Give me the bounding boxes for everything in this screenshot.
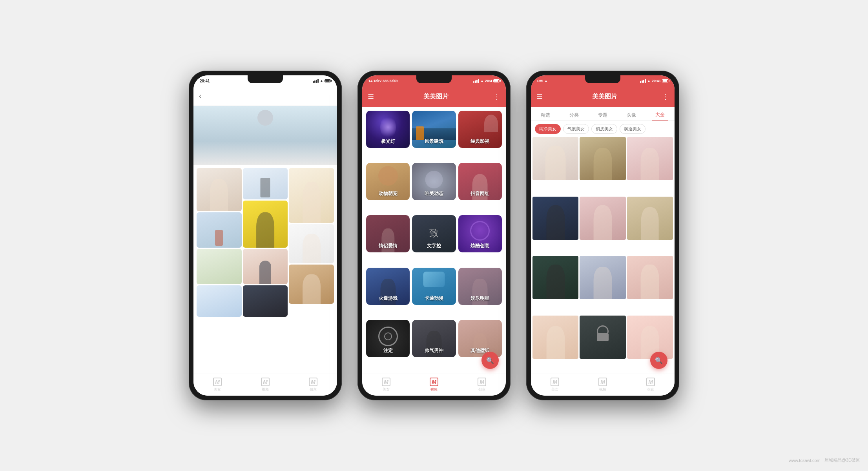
nav-item-video[interactable]: M 视频 — [261, 378, 270, 392]
filter-cute-girl[interactable]: 俏皮美女 — [591, 124, 617, 134]
phone3-status-icons: ▲ 20:41 — [640, 79, 668, 83]
nav-item-creative[interactable]: M 创意 — [646, 378, 655, 392]
nav-label-video: 视频 — [430, 387, 438, 392]
photo-cell[interactable] — [197, 212, 242, 248]
search-fab[interactable]: 🔍 — [481, 352, 499, 369]
cat-item-game[interactable]: 火爆游戏 — [366, 268, 410, 305]
gallery-item[interactable] — [532, 316, 578, 359]
gallery-item[interactable] — [627, 197, 673, 240]
photo-cell[interactable] — [243, 168, 288, 199]
cat-item-handsome[interactable]: 帅气男神 — [412, 320, 456, 357]
gallery-item[interactable] — [580, 256, 625, 299]
nav-icon-video: M — [261, 378, 270, 386]
photo-cell[interactable] — [243, 249, 288, 284]
gallery-item[interactable] — [580, 197, 625, 240]
nav-icon-creative: M — [646, 378, 655, 386]
more-icon[interactable]: ⋮ — [662, 92, 669, 101]
nav-item-girl[interactable]: M 美女 — [382, 378, 390, 392]
cat-label-zodiac: 注定 — [366, 347, 410, 354]
gallery-item[interactable] — [532, 197, 578, 240]
photo-cell[interactable] — [197, 285, 242, 317]
nav-item-video[interactable]: M 视频 — [598, 378, 607, 392]
tab-avatar[interactable]: 头像 — [624, 110, 639, 120]
photo-cell[interactable] — [289, 168, 334, 223]
phone2-status-icons: ▲ 20:4 — [473, 79, 500, 83]
gallery-item[interactable] — [627, 256, 673, 299]
gallery-item[interactable] — [627, 316, 673, 359]
nav-item-girl[interactable]: M 美女 — [213, 378, 222, 392]
phone2-screen: 14.18kV 335.53k/s ▲ 20:4 ☰ 美美图片 ⋮ 极光灯 — [362, 75, 506, 396]
tab-all[interactable]: 大全 — [652, 110, 668, 120]
back-icon[interactable]: ‹ — [199, 92, 201, 100]
photo-cell[interactable] — [197, 168, 242, 211]
photo-cell[interactable] — [243, 201, 288, 248]
battery-icon — [325, 79, 331, 82]
cat-item-cool[interactable]: 炫酷创意 — [458, 215, 502, 252]
nav-item-video[interactable]: M 视频 — [430, 378, 438, 392]
photo-cell[interactable] — [289, 265, 334, 304]
phone3-status-left: DBI ▲ — [537, 79, 548, 83]
nav-item-creative[interactable]: M 创意 — [309, 378, 317, 392]
nav-label-creative: 创意 — [310, 387, 317, 392]
cat-label-aurora: 极光灯 — [366, 138, 410, 145]
phone-1: 20:41 ▲ ‹ — [189, 71, 342, 400]
gallery-item[interactable] — [580, 137, 625, 180]
cat-item-aurora[interactable]: 极光灯 — [366, 111, 410, 148]
tab-featured[interactable]: 精选 — [538, 110, 553, 120]
menu-icon[interactable]: ☰ — [536, 92, 543, 101]
tab-category[interactable]: 分类 — [566, 110, 582, 120]
tab-topic[interactable]: 专题 — [595, 110, 611, 120]
nav-label-video: 视频 — [599, 387, 606, 392]
filter-elegant-girl[interactable]: 气质美女 — [563, 124, 589, 134]
phone1-header: ‹ — [193, 86, 337, 106]
search-fab-phone3[interactable]: 🔍 — [650, 352, 667, 369]
cat-item-zodiac[interactable]: 注定 — [366, 320, 410, 357]
cat-item-pet[interactable]: 动物萌宠 — [366, 163, 410, 200]
cat-item-tiktok[interactable]: 抖音网红 — [458, 163, 502, 200]
photo-cell[interactable] — [197, 249, 242, 284]
phone-2: 14.18kV 335.53k/s ▲ 20:4 ☰ 美美图片 ⋮ 极光灯 — [357, 71, 511, 400]
cat-item-landscape[interactable]: 风景建筑 — [412, 111, 456, 148]
nav-item-creative[interactable]: M 创意 — [478, 378, 486, 392]
phone-3: DBI ▲ ▲ 20:41 ☰ 美美图片 ⋮ 精选 分类 专题 头像 大全 — [526, 71, 679, 400]
cat-item-anime[interactable]: 唯美动态 — [412, 163, 456, 200]
cat-label-game: 火爆游戏 — [366, 295, 410, 302]
gallery-grid — [531, 137, 675, 374]
menu-icon[interactable]: ☰ — [368, 92, 374, 101]
wifi-icon: ▲ — [480, 79, 484, 83]
gallery-item[interactable] — [532, 256, 578, 299]
wifi-icon: ▲ — [647, 79, 651, 83]
cat-item-movie[interactable]: 经典影视 — [458, 111, 502, 148]
photo-cell[interactable] — [243, 285, 288, 317]
signal-icon — [473, 79, 479, 83]
cat-item-couple[interactable]: 情侣爱情 — [366, 215, 410, 252]
gallery-item[interactable] — [580, 316, 625, 359]
gallery-item[interactable] — [532, 137, 578, 180]
nav-label-creative: 创意 — [647, 387, 654, 392]
hero-photo — [193, 106, 337, 165]
nav-label-creative: 创意 — [478, 387, 485, 392]
filter-pure-girl[interactable]: 纯净美女 — [535, 124, 561, 134]
cat-item-cartoon[interactable]: 卡通动漫 — [412, 268, 456, 305]
phone1-screen: 20:41 ▲ ‹ — [193, 75, 337, 396]
cat-item-star[interactable]: 娱乐明星 — [458, 268, 502, 305]
filter-flowing-girl[interactable]: 飘逸美女 — [620, 124, 646, 134]
watermark-site: www.tcsawl.com — [789, 458, 821, 463]
category-grid: 极光灯 风景建筑 经典影视 动物萌宠 唯美动态 抖音网红 — [362, 107, 506, 374]
cat-label-other: 其他壁纸 — [458, 347, 502, 354]
cat-label-tiktok: 抖音网红 — [458, 190, 502, 197]
phone2-status-left: 14.18kV 335.53k/s — [368, 79, 398, 83]
nav-label-girl: 美女 — [551, 387, 558, 392]
photo-cell[interactable] — [289, 224, 334, 263]
phone2-bottom-nav: M 美女 M 视频 M 创意 — [362, 374, 506, 396]
cat-item-text[interactable]: 致 文字控 — [412, 215, 456, 252]
more-icon[interactable]: ⋮ — [493, 92, 500, 101]
nav-label-girl: 美女 — [383, 387, 390, 392]
cat-item-other[interactable]: 其他壁纸 — [458, 320, 502, 357]
phone1-status-icons: ▲ — [313, 79, 331, 83]
nav-item-girl[interactable]: M 美女 — [551, 378, 559, 392]
gallery-item[interactable] — [627, 137, 673, 180]
battery-icon — [662, 79, 668, 82]
cat-label-movie: 经典影视 — [458, 138, 502, 145]
phone2-time: 20:4 — [485, 79, 492, 83]
